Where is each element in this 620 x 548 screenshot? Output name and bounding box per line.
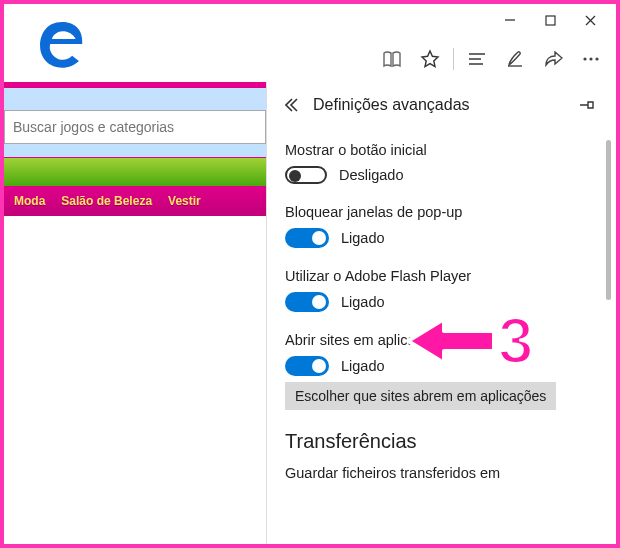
setting-label: Mostrar o botão inicial — [285, 142, 594, 158]
page-banner-sky — [4, 82, 266, 158]
edge-logo — [30, 12, 94, 76]
toggle-state-label: Ligado — [341, 294, 385, 310]
web-note-pen-icon[interactable] — [498, 42, 532, 76]
webpage-viewport: Moda Salão de Beleza Vestir — [4, 82, 266, 544]
toggle-home-button[interactable] — [285, 166, 327, 184]
reading-view-icon[interactable] — [375, 42, 409, 76]
panel-title: Definições avançadas — [313, 96, 470, 114]
setting-label: Abrir sites em aplicações — [285, 332, 594, 348]
section-header-downloads: Transferências — [285, 430, 594, 453]
minimize-button[interactable] — [490, 6, 530, 34]
page-banner-grass — [4, 158, 266, 186]
toggle-state-label: Ligado — [341, 230, 385, 246]
page-search-box[interactable] — [4, 110, 266, 144]
nav-item-vestir[interactable]: Vestir — [168, 194, 201, 208]
nav-item-moda[interactable]: Moda — [14, 194, 45, 208]
svg-point-8 — [583, 57, 586, 60]
toggle-popup-blocker[interactable] — [285, 228, 329, 248]
toggle-open-in-apps[interactable] — [285, 356, 329, 376]
toolbar-separator — [453, 48, 454, 70]
svg-rect-1 — [546, 16, 555, 25]
choose-sites-button[interactable]: Escolher que sites abrem em aplicações — [285, 382, 556, 410]
close-button[interactable] — [570, 6, 610, 34]
setting-label: Utilizar o Adobe Flash Player — [285, 268, 594, 284]
share-icon[interactable] — [536, 42, 570, 76]
page-nav-strip: Moda Salão de Beleza Vestir — [4, 186, 266, 216]
setting-popup-blocker: Bloquear janelas de pop-up Ligado — [285, 204, 594, 248]
scrollbar-thumb[interactable] — [606, 140, 611, 300]
more-dots-icon[interactable] — [574, 42, 608, 76]
panel-scrollbar[interactable] — [606, 140, 612, 536]
pin-icon[interactable] — [578, 98, 594, 112]
setting-open-in-apps: Abrir sites em aplicações Ligado Escolhe… — [285, 332, 594, 410]
setting-flash-player: Utilizar o Adobe Flash Player Ligado — [285, 268, 594, 312]
hub-lines-icon[interactable] — [460, 42, 494, 76]
toggle-state-label: Ligado — [341, 358, 385, 374]
maximize-button[interactable] — [530, 6, 570, 34]
nav-item-salao[interactable]: Salão de Beleza — [61, 194, 152, 208]
downloads-sublabel: Guardar ficheiros transferidos em — [285, 465, 594, 481]
toggle-state-label: Desligado — [339, 167, 404, 183]
svg-point-9 — [589, 57, 592, 60]
setting-label: Bloquear janelas de pop-up — [285, 204, 594, 220]
favorite-star-icon[interactable] — [413, 42, 447, 76]
svg-point-10 — [595, 57, 598, 60]
setting-home-button: Mostrar o botão inicial Desligado — [285, 142, 594, 184]
toggle-flash-player[interactable] — [285, 292, 329, 312]
page-search-input[interactable] — [13, 119, 257, 135]
advanced-settings-panel: Definições avançadas Mostrar o botão ini… — [266, 82, 616, 544]
panel-back-icon[interactable] — [285, 98, 301, 112]
